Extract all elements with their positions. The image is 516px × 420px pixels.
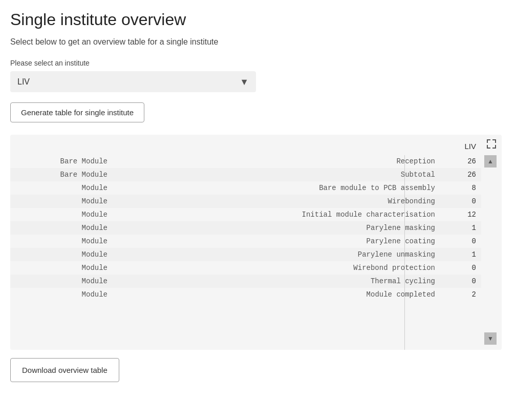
table-cell-category: Module [15,197,118,205]
institute-select-wrapper: LIV CERN DESY KIT NIKHEF ▼ [10,71,256,92]
table-cell-value: 26 [445,171,476,179]
table-cell-value: 1 [445,250,476,259]
table-cell-category: Module [15,211,118,219]
table-row: Module Parylene masking 1 [10,221,481,235]
table-cell-step: Parylene unmasking [118,250,445,259]
table-cell-value: 12 [445,211,476,219]
table-cell-step: Thermal cycling [118,277,445,285]
table-row: Module Initial module characterisation 1… [10,208,481,221]
table-row: Bare Module Subtotal 26 [10,168,481,181]
institute-select[interactable]: LIV CERN DESY KIT NIKHEF [10,71,256,92]
table-cell-value: 26 [445,157,476,165]
table-scroll-area[interactable]: Bare Module Reception 26 Bare Module Sub… [10,155,502,339]
table-cell-step: Parylene masking [118,224,445,232]
table-cell-category: Module [15,290,118,299]
table-row: Module Parylene unmasking 1 [10,248,481,261]
generate-table-button[interactable]: Generate table for single institute [10,102,144,122]
table-cell-value: 0 [445,277,476,285]
table-cell-category: Bare Module [15,157,118,165]
table-row: Module Module completed 2 [10,288,481,301]
table-cell-step: Reception [118,157,445,165]
download-button[interactable]: Download overview table [10,358,119,382]
table-header: LIV [10,140,502,155]
table-cell-value: 0 [445,237,476,245]
table-row: Module Bare module to PCB assembly 8 [10,181,481,195]
table-row: Module Parylene coating 0 [10,235,481,248]
table-cell-step: Parylene coating [118,237,445,245]
expand-icon[interactable] [486,139,497,149]
table-cell-category: Module [15,264,118,272]
table-row: Module Wirebonding 0 [10,195,481,208]
scroll-down-button[interactable]: ▼ [484,332,497,345]
scroll-arrows: ▲ ▼ [484,155,497,345]
column-divider [404,155,405,350]
table-cell-step: Wirebonding [118,197,445,205]
table-cell-value: 0 [445,197,476,205]
table-cell-value: 1 [445,224,476,232]
page-title: Single institute overview [10,10,506,29]
institute-label: Please select an institute [10,59,506,67]
table-cell-category: Bare Module [15,171,118,179]
scroll-up-button[interactable]: ▲ [484,155,497,167]
table-row: Module Wirebond protection 0 [10,261,481,275]
table-cell-value: 0 [445,264,476,272]
table-cell-category: Module [15,277,118,285]
table-cell-value: 2 [445,290,476,299]
table-cell-category: Module [15,237,118,245]
table-cell-step: Wirebond protection [118,264,445,272]
table-cell-step: Initial module characterisation [118,211,445,219]
table-row: Bare Module Reception 26 [10,155,481,168]
table-cell-step: Subtotal [118,171,445,179]
table-cell-category: Module [15,250,118,259]
table-column-header: LIV [445,142,476,151]
table-cell-step: Bare module to PCB assembly [118,184,445,192]
table-cell-category: Module [15,184,118,192]
table-row: Module Thermal cycling 0 [10,275,481,288]
table-cell-category: Module [15,224,118,232]
page-subtitle: Select below to get an overview table fo… [10,37,506,47]
table-cell-value: 8 [445,184,476,192]
overview-table-container: LIV Bare Module Reception 26 Bare Module… [10,135,502,350]
table-cell-step: Module completed [118,290,445,299]
